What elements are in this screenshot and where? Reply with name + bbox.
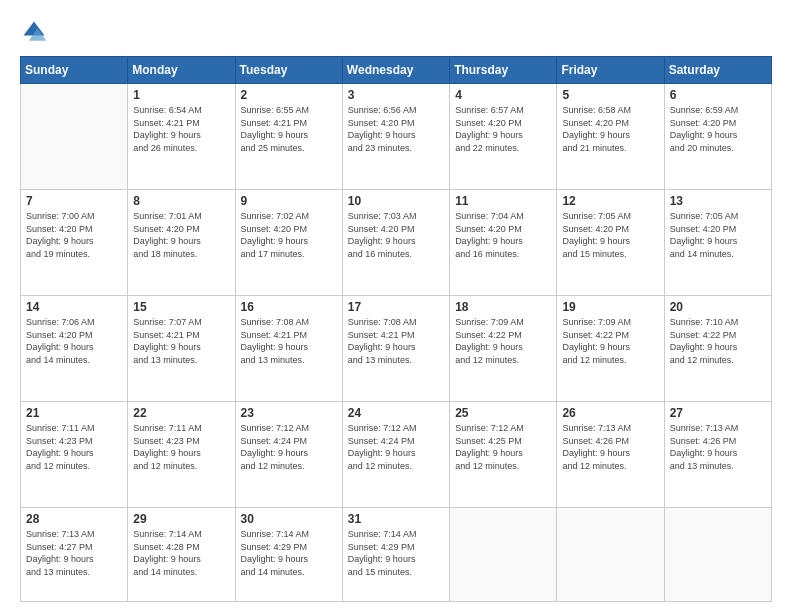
day-number: 29: [133, 512, 229, 526]
calendar-cell: 12Sunrise: 7:05 AM Sunset: 4:20 PM Dayli…: [557, 190, 664, 296]
day-info: Sunrise: 7:09 AM Sunset: 4:22 PM Dayligh…: [562, 316, 658, 366]
day-info: Sunrise: 7:14 AM Sunset: 4:29 PM Dayligh…: [241, 528, 337, 578]
day-info: Sunrise: 7:09 AM Sunset: 4:22 PM Dayligh…: [455, 316, 551, 366]
calendar-cell: 29Sunrise: 7:14 AM Sunset: 4:28 PM Dayli…: [128, 508, 235, 602]
day-number: 14: [26, 300, 122, 314]
calendar-cell: 3Sunrise: 6:56 AM Sunset: 4:20 PM Daylig…: [342, 84, 449, 190]
weekday-header-row: SundayMondayTuesdayWednesdayThursdayFrid…: [21, 57, 772, 84]
page: SundayMondayTuesdayWednesdayThursdayFrid…: [0, 0, 792, 612]
calendar-cell: 16Sunrise: 7:08 AM Sunset: 4:21 PM Dayli…: [235, 296, 342, 402]
weekday-header-tuesday: Tuesday: [235, 57, 342, 84]
day-info: Sunrise: 7:11 AM Sunset: 4:23 PM Dayligh…: [133, 422, 229, 472]
day-number: 10: [348, 194, 444, 208]
day-info: Sunrise: 7:13 AM Sunset: 4:26 PM Dayligh…: [670, 422, 766, 472]
day-number: 3: [348, 88, 444, 102]
weekday-header-thursday: Thursday: [450, 57, 557, 84]
calendar-cell: 20Sunrise: 7:10 AM Sunset: 4:22 PM Dayli…: [664, 296, 771, 402]
calendar-cell: 7Sunrise: 7:00 AM Sunset: 4:20 PM Daylig…: [21, 190, 128, 296]
calendar-cell: 9Sunrise: 7:02 AM Sunset: 4:20 PM Daylig…: [235, 190, 342, 296]
day-info: Sunrise: 7:06 AM Sunset: 4:20 PM Dayligh…: [26, 316, 122, 366]
day-number: 15: [133, 300, 229, 314]
calendar-cell: 15Sunrise: 7:07 AM Sunset: 4:21 PM Dayli…: [128, 296, 235, 402]
day-info: Sunrise: 6:58 AM Sunset: 4:20 PM Dayligh…: [562, 104, 658, 154]
calendar-cell: 30Sunrise: 7:14 AM Sunset: 4:29 PM Dayli…: [235, 508, 342, 602]
calendar-cell: [557, 508, 664, 602]
calendar-cell: 14Sunrise: 7:06 AM Sunset: 4:20 PM Dayli…: [21, 296, 128, 402]
day-number: 11: [455, 194, 551, 208]
calendar-cell: 17Sunrise: 7:08 AM Sunset: 4:21 PM Dayli…: [342, 296, 449, 402]
calendar-cell: 23Sunrise: 7:12 AM Sunset: 4:24 PM Dayli…: [235, 402, 342, 508]
day-info: Sunrise: 6:55 AM Sunset: 4:21 PM Dayligh…: [241, 104, 337, 154]
day-number: 6: [670, 88, 766, 102]
day-info: Sunrise: 7:03 AM Sunset: 4:20 PM Dayligh…: [348, 210, 444, 260]
day-number: 21: [26, 406, 122, 420]
weekday-header-friday: Friday: [557, 57, 664, 84]
day-info: Sunrise: 7:12 AM Sunset: 4:25 PM Dayligh…: [455, 422, 551, 472]
calendar-cell: 11Sunrise: 7:04 AM Sunset: 4:20 PM Dayli…: [450, 190, 557, 296]
day-info: Sunrise: 7:08 AM Sunset: 4:21 PM Dayligh…: [348, 316, 444, 366]
weekday-header-saturday: Saturday: [664, 57, 771, 84]
day-number: 1: [133, 88, 229, 102]
day-number: 5: [562, 88, 658, 102]
weekday-header-wednesday: Wednesday: [342, 57, 449, 84]
day-number: 26: [562, 406, 658, 420]
day-number: 23: [241, 406, 337, 420]
calendar-cell: 1Sunrise: 6:54 AM Sunset: 4:21 PM Daylig…: [128, 84, 235, 190]
day-info: Sunrise: 7:14 AM Sunset: 4:28 PM Dayligh…: [133, 528, 229, 578]
day-info: Sunrise: 7:07 AM Sunset: 4:21 PM Dayligh…: [133, 316, 229, 366]
day-info: Sunrise: 7:13 AM Sunset: 4:27 PM Dayligh…: [26, 528, 122, 578]
day-number: 25: [455, 406, 551, 420]
day-number: 24: [348, 406, 444, 420]
calendar-week-2: 7Sunrise: 7:00 AM Sunset: 4:20 PM Daylig…: [21, 190, 772, 296]
day-number: 16: [241, 300, 337, 314]
day-info: Sunrise: 7:12 AM Sunset: 4:24 PM Dayligh…: [348, 422, 444, 472]
day-number: 30: [241, 512, 337, 526]
calendar-cell: 13Sunrise: 7:05 AM Sunset: 4:20 PM Dayli…: [664, 190, 771, 296]
day-number: 22: [133, 406, 229, 420]
day-number: 9: [241, 194, 337, 208]
day-number: 27: [670, 406, 766, 420]
day-info: Sunrise: 7:12 AM Sunset: 4:24 PM Dayligh…: [241, 422, 337, 472]
day-info: Sunrise: 6:56 AM Sunset: 4:20 PM Dayligh…: [348, 104, 444, 154]
day-info: Sunrise: 7:02 AM Sunset: 4:20 PM Dayligh…: [241, 210, 337, 260]
day-number: 13: [670, 194, 766, 208]
day-number: 8: [133, 194, 229, 208]
day-number: 19: [562, 300, 658, 314]
calendar-cell: 22Sunrise: 7:11 AM Sunset: 4:23 PM Dayli…: [128, 402, 235, 508]
header: [20, 18, 772, 46]
calendar-cell: 5Sunrise: 6:58 AM Sunset: 4:20 PM Daylig…: [557, 84, 664, 190]
calendar-cell: 25Sunrise: 7:12 AM Sunset: 4:25 PM Dayli…: [450, 402, 557, 508]
day-info: Sunrise: 7:13 AM Sunset: 4:26 PM Dayligh…: [562, 422, 658, 472]
calendar-cell: 8Sunrise: 7:01 AM Sunset: 4:20 PM Daylig…: [128, 190, 235, 296]
logo-icon: [20, 18, 48, 46]
day-info: Sunrise: 7:14 AM Sunset: 4:29 PM Dayligh…: [348, 528, 444, 578]
logo: [20, 18, 52, 46]
calendar-cell: 18Sunrise: 7:09 AM Sunset: 4:22 PM Dayli…: [450, 296, 557, 402]
calendar-cell: 19Sunrise: 7:09 AM Sunset: 4:22 PM Dayli…: [557, 296, 664, 402]
calendar-cell: [664, 508, 771, 602]
day-info: Sunrise: 7:04 AM Sunset: 4:20 PM Dayligh…: [455, 210, 551, 260]
day-info: Sunrise: 7:00 AM Sunset: 4:20 PM Dayligh…: [26, 210, 122, 260]
day-info: Sunrise: 6:54 AM Sunset: 4:21 PM Dayligh…: [133, 104, 229, 154]
day-info: Sunrise: 7:11 AM Sunset: 4:23 PM Dayligh…: [26, 422, 122, 472]
calendar-cell: 26Sunrise: 7:13 AM Sunset: 4:26 PM Dayli…: [557, 402, 664, 508]
calendar-cell: 6Sunrise: 6:59 AM Sunset: 4:20 PM Daylig…: [664, 84, 771, 190]
calendar-cell: [21, 84, 128, 190]
day-number: 4: [455, 88, 551, 102]
day-info: Sunrise: 6:57 AM Sunset: 4:20 PM Dayligh…: [455, 104, 551, 154]
calendar-week-5: 28Sunrise: 7:13 AM Sunset: 4:27 PM Dayli…: [21, 508, 772, 602]
calendar-week-4: 21Sunrise: 7:11 AM Sunset: 4:23 PM Dayli…: [21, 402, 772, 508]
day-number: 7: [26, 194, 122, 208]
day-number: 17: [348, 300, 444, 314]
day-info: Sunrise: 6:59 AM Sunset: 4:20 PM Dayligh…: [670, 104, 766, 154]
day-info: Sunrise: 7:10 AM Sunset: 4:22 PM Dayligh…: [670, 316, 766, 366]
weekday-header-monday: Monday: [128, 57, 235, 84]
day-number: 28: [26, 512, 122, 526]
calendar-week-1: 1Sunrise: 6:54 AM Sunset: 4:21 PM Daylig…: [21, 84, 772, 190]
day-number: 20: [670, 300, 766, 314]
calendar-cell: 10Sunrise: 7:03 AM Sunset: 4:20 PM Dayli…: [342, 190, 449, 296]
weekday-header-sunday: Sunday: [21, 57, 128, 84]
calendar-week-3: 14Sunrise: 7:06 AM Sunset: 4:20 PM Dayli…: [21, 296, 772, 402]
calendar-table: SundayMondayTuesdayWednesdayThursdayFrid…: [20, 56, 772, 602]
calendar-cell: 21Sunrise: 7:11 AM Sunset: 4:23 PM Dayli…: [21, 402, 128, 508]
